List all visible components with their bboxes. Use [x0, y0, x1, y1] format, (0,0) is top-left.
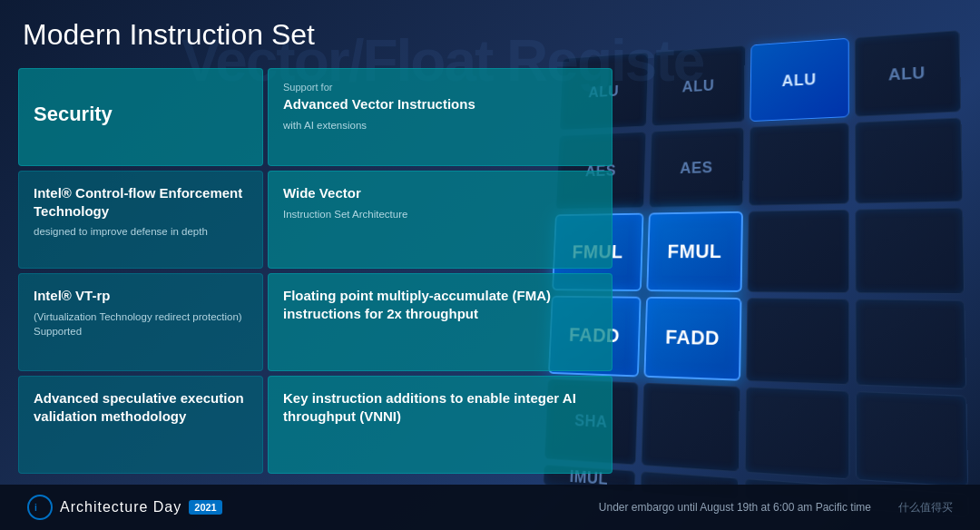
- svg-text:i: i: [34, 503, 37, 513]
- chip-cell: ALU: [855, 30, 961, 117]
- fma-title: Floating point multiply-accumulate (FMA)…: [283, 287, 597, 322]
- chip-cell: [855, 117, 963, 203]
- vt-rp-subtitle: (Virtualization Technology redirect prot…: [34, 309, 248, 339]
- chip-cell-fmul-2: FMUL: [646, 211, 743, 292]
- embargo-text: Under embargo until August 19th at 6:00 …: [599, 501, 871, 514]
- chip-cell: [856, 391, 969, 487]
- chip-cell: ALU: [750, 38, 849, 122]
- control-flow-title: Intel® Control-flow Enforcement Technolo…: [34, 184, 248, 220]
- footer: i Architecture Day 2021 Under embargo un…: [0, 485, 980, 530]
- intel-logo-circle: i: [27, 495, 53, 520]
- chip-cell: [855, 208, 965, 295]
- card-advanced-vector: Support for Advanced Vector Instructions…: [268, 68, 612, 166]
- chip-cell-fadd-2: FADD: [643, 297, 741, 381]
- advanced-vector-subtitle: with AI extensions: [283, 118, 597, 132]
- card-wide-vector: Wide Vector Instruction Set Architecture: [268, 171, 612, 269]
- card-security: Security: [18, 68, 263, 166]
- advanced-vector-title: Advanced Vector Instructions: [283, 95, 597, 113]
- chip-cell: [749, 123, 849, 206]
- key-instruction-title: Key instruction additions to enable inte…: [283, 389, 597, 425]
- control-flow-subtitle: designed to improve defense in depth: [34, 224, 248, 239]
- content-area: Modern Instruction Set Security Support …: [0, 0, 635, 530]
- logo-area: i Architecture Day 2021: [27, 495, 222, 520]
- chip-cell: ALU: [652, 45, 746, 126]
- wide-vector-title: Wide Vector: [283, 184, 597, 202]
- footer-watermark: 什么值得买: [898, 500, 953, 515]
- event-name: Architecture Day: [60, 499, 181, 515]
- chip-cell: AES: [649, 127, 744, 208]
- card-control-flow: Intel® Control-flow Enforcement Technolo…: [18, 171, 263, 269]
- page-title: Modern Instruction Set: [18, 18, 617, 52]
- cards-grid: Security Support for Advanced Vector Ins…: [18, 68, 617, 474]
- chip-cell: [748, 210, 850, 293]
- slide: Vector/Float Registe ALU ALU ALU ALU AES…: [0, 0, 980, 530]
- card-speculative: Advanced speculative execution validatio…: [18, 376, 263, 474]
- card-fma: Floating point multiply-accumulate (FMA)…: [268, 273, 612, 371]
- chip-cell: [745, 387, 850, 479]
- event-year: 2021: [189, 500, 221, 515]
- chip-cell: [746, 298, 849, 385]
- advanced-vector-label: Support for: [283, 82, 597, 93]
- intel-logo-icon: i: [34, 501, 46, 514]
- security-title: Security: [34, 102, 113, 128]
- speculative-title: Advanced speculative execution validatio…: [34, 389, 248, 425]
- chip-cell: [641, 383, 740, 473]
- wide-vector-subtitle: Instruction Set Architecture: [283, 207, 597, 221]
- card-vt-rp: Intel® VT-rp (Virtualization Technology …: [18, 273, 263, 371]
- chip-cell: [855, 299, 966, 389]
- vt-rp-title: Intel® VT-rp: [34, 287, 248, 305]
- card-key-instruction: Key instruction additions to enable inte…: [268, 376, 612, 474]
